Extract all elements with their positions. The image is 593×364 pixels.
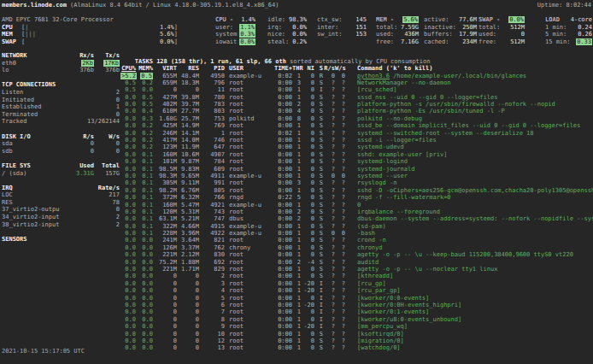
- stat-label: user:: [215, 24, 238, 32]
- metric-name: sdb: [2, 148, 60, 156]
- proc-cpu: 0.0: [120, 223, 136, 231]
- proc-cpu-value: 0.0: [125, 144, 136, 150]
- proc-write: ?: [335, 302, 345, 309]
- proc-virt: 0: [153, 287, 177, 295]
- proc-cpu-value: 0.0: [125, 323, 136, 330]
- metric-col2: 1: [94, 103, 120, 111]
- proc-state: I: [314, 280, 323, 288]
- proc-state: S: [314, 166, 323, 173]
- proc-read: ?: [323, 144, 335, 151]
- process-row: 0.00.0002root0:0010S??[kthreadd]: [120, 273, 593, 279]
- proc-mem: 0.1: [136, 158, 153, 166]
- proc-mem-value: 0.1: [142, 223, 153, 230]
- proc-virt: 427M: [153, 94, 177, 102]
- proc-pid: 783: [199, 101, 225, 109]
- proc-command: chronyd: [357, 244, 593, 252]
- stat-value: 0.0%: [288, 24, 307, 32]
- stat-label: free:: [376, 38, 399, 46]
- proc-mem: 0.0: [136, 280, 153, 288]
- proc-mem: 0.0: [136, 316, 153, 324]
- proc-state: S: [314, 215, 323, 223]
- metric-name: Established: [2, 103, 60, 111]
- proc-virt: 221M: [153, 266, 177, 273]
- proc-virt: 417M: [153, 137, 177, 144]
- proc-thr: 1: [292, 73, 301, 80]
- proc-cpu-value: 0.0: [125, 302, 136, 308]
- proc-write: ?: [335, 215, 345, 223]
- proc-cpu-value: 0.0: [125, 158, 136, 165]
- proc-pid: 10: [199, 331, 225, 338]
- proc-ni: 0: [301, 158, 314, 166]
- process-row: 0.50.00011root0:0010I??[rcu_sched]: [120, 86, 593, 93]
- proc-read: ?: [323, 316, 335, 324]
- proc-cpu-value: 0.0: [125, 187, 136, 194]
- proc-mem-value: 0.0: [142, 273, 153, 279]
- process-row: 0.00.00012root0:0010S??[migration/0]: [120, 338, 593, 344]
- proc-cpu: 0.0: [120, 187, 136, 195]
- proc-res: 11.9M: [177, 144, 199, 151]
- proc-pid: 803: [199, 108, 225, 115]
- proc-write: ?: [335, 130, 345, 138]
- bar-ticks: |: [25, 24, 28, 32]
- metric-col2: 2: [94, 214, 120, 221]
- proc-mem-value: 0.0: [142, 316, 153, 323]
- proc-res: 5.21M: [177, 215, 199, 223]
- proc-command: sssd -i --logger=files: [357, 137, 593, 144]
- proc-command: [kthreadd]: [357, 273, 593, 280]
- proc-time: 0:00: [267, 122, 292, 130]
- stat-label: irq:: [267, 24, 288, 32]
- proc-write: ?: [335, 115, 345, 123]
- stat-row: used:0: [479, 31, 526, 38]
- proc-ni: 0: [301, 208, 314, 216]
- stat-label: SWAP -: [479, 16, 502, 24]
- proc-thr: 3: [292, 79, 301, 87]
- proc-thr: 1: [292, 230, 301, 238]
- stat-value: 153: [343, 31, 367, 38]
- metric-col2: Total: [94, 162, 120, 170]
- proc-cpu: 0.0: [120, 259, 136, 267]
- proc-res: 0: [177, 308, 199, 316]
- proc-write: ?: [335, 144, 345, 151]
- proc-mem-value: 0.0: [142, 302, 153, 308]
- process-row: 0.00.0003root0:001-20I??[rcu_gp]: [120, 280, 593, 287]
- stat-label: active:: [424, 16, 456, 24]
- proc-thr: 1: [292, 244, 301, 252]
- proc-read: ?: [323, 237, 335, 244]
- process-row: 0.50.2659M18.3M796root0:0030S??NetworkMa…: [120, 79, 593, 86]
- proc-cpu-value: 0.0: [125, 295, 136, 302]
- proc-thr: 2: [292, 215, 301, 223]
- proc-thr: 1: [292, 338, 301, 345]
- metric-name: 37_virtio2-output.1: [2, 206, 60, 214]
- metric-col1: [53, 118, 87, 126]
- proc-read: ?: [323, 79, 335, 87]
- proc-virt: 98.2M: [153, 187, 177, 195]
- section-header-row: SENSORS: [2, 236, 120, 244]
- proc-time: 0:00: [267, 237, 292, 244]
- proc-mem: 0.1: [136, 223, 153, 231]
- glances-terminal[interactable]: members.linode.com (AlmaLinux 8.4 64bit …: [0, 0, 593, 364]
- stat-value: 0.0%: [502, 16, 525, 24]
- proc-read: 0: [323, 73, 335, 80]
- process-row: 0.00.163.1M5.21M747dbus0:0020S??dbus-dae…: [120, 215, 593, 222]
- proc-read: ?: [323, 179, 335, 187]
- proc-pid: 766: [199, 194, 225, 202]
- process-row: 0.00.31.68G25.7M753polkitd0:0080S??polki…: [120, 115, 593, 122]
- proc-mem: 0.0: [136, 295, 153, 302]
- proc-pid: 5: [199, 295, 225, 302]
- proc-state: S: [314, 144, 323, 151]
- proc-command: NetworkManager --no-daemon: [357, 79, 593, 87]
- proc-cpu: 0.0: [120, 122, 136, 130]
- proc-command: agetty -o -p -- \u --noclear tty1 linux: [357, 266, 593, 273]
- proc-mem-value: 0.1: [142, 208, 153, 215]
- proc-thr: 1: [292, 295, 301, 302]
- proc-user: root: [225, 101, 267, 109]
- metric-name: Terminated: [2, 111, 60, 119]
- metric-col1: [60, 103, 94, 111]
- stat-value-ok: 1.1%: [239, 24, 255, 31]
- proc-virt: 0: [153, 331, 177, 338]
- proc-state: I: [314, 316, 323, 324]
- proc-thr: 1: [292, 144, 301, 151]
- metric-col2: 217: [94, 191, 120, 199]
- proc-virt: 221M: [153, 251, 177, 259]
- stat-value: 151: [343, 24, 367, 32]
